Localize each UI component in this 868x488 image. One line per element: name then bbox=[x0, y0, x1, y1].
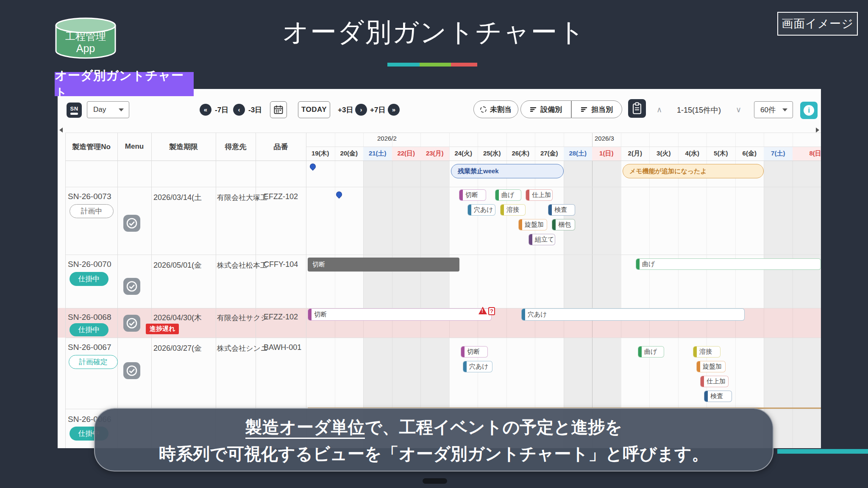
bar-label: 検査 bbox=[710, 392, 723, 400]
col-header-order-no: 製造管理No bbox=[65, 133, 117, 161]
bar-label: 切断 bbox=[312, 261, 325, 269]
bar-label: 検査 bbox=[554, 206, 567, 214]
day-header-cell: 19(木) bbox=[306, 147, 335, 161]
gantt-bar-仕上加[interactable]: 仕上加 bbox=[526, 189, 553, 201]
gantt-bar-切断[interactable]: 切断 bbox=[308, 308, 492, 321]
info-button[interactable]: i bbox=[800, 102, 818, 119]
view-unit-select[interactable]: Day bbox=[87, 101, 129, 118]
customer: 株式会社松本工 bbox=[217, 261, 267, 270]
grid-line bbox=[363, 133, 364, 448]
fwd-7days-button[interactable]: » bbox=[388, 104, 400, 116]
page-size-select[interactable]: 60件 bbox=[754, 101, 793, 118]
bar-color-cap bbox=[463, 361, 467, 372]
milestone-note[interactable]: メモ機能が追加になったよ bbox=[623, 164, 764, 178]
warning-triangle-icon[interactable]: ! bbox=[479, 307, 487, 314]
by-equipment-button[interactable]: 設備別 bbox=[520, 100, 571, 118]
gantt-bar-検査[interactable]: 検査 bbox=[548, 204, 575, 216]
by-person-label: 担当別 bbox=[591, 105, 613, 114]
gantt-bar-仕上加[interactable]: 仕上加 bbox=[700, 376, 729, 387]
fwd-3days-button[interactable]: › bbox=[355, 104, 367, 116]
part-no: EFZZ-102 bbox=[264, 313, 298, 322]
today-button[interactable]: TODAY bbox=[298, 101, 330, 118]
unassigned-label: 未割当 bbox=[490, 105, 512, 114]
milestone-pin-icon[interactable] bbox=[309, 162, 317, 171]
gantt-bar-溶接[interactable]: 溶接 bbox=[693, 346, 721, 358]
gantt-bar-穴あけ[interactable]: 穴あけ bbox=[463, 361, 492, 372]
gantt-bar-曲げ[interactable]: 曲げ bbox=[636, 258, 821, 270]
calendar-button[interactable] bbox=[270, 101, 287, 118]
bar-label: 切断 bbox=[314, 311, 327, 319]
dashed-circle-icon bbox=[480, 106, 487, 113]
check-circle-icon bbox=[123, 315, 140, 332]
caption-line2: 時系列で可視化するビューを「オーダ別ガントチャート」と呼びます。 bbox=[95, 442, 773, 466]
bar-color-cap bbox=[459, 189, 463, 201]
scroll-left-arrow[interactable] bbox=[59, 128, 63, 133]
deadline: 2026/03/14(土 bbox=[153, 192, 202, 202]
menu-check-button[interactable] bbox=[123, 278, 140, 295]
gantt-bar-切断[interactable]: 切断 bbox=[461, 346, 488, 358]
milestone-note[interactable]: 残業禁止week bbox=[451, 164, 564, 178]
gantt-bar-切断[interactable]: 切断 bbox=[459, 189, 486, 201]
bar-color-cap bbox=[526, 189, 529, 201]
gantt-bar-検査[interactable]: 検査 bbox=[704, 391, 732, 402]
day-header-cell: 5(木) bbox=[707, 147, 735, 161]
chevron-down-icon bbox=[782, 108, 787, 111]
gantt-bar-旋盤加[interactable]: 旋盤加 bbox=[518, 219, 547, 230]
order-no: SN-26-0070 bbox=[68, 260, 111, 269]
question-badge-icon[interactable]: ? bbox=[488, 307, 495, 315]
back-3days-button[interactable]: ‹ bbox=[233, 104, 245, 116]
order-no: SN-26-0073 bbox=[68, 192, 111, 201]
menu-check-button[interactable] bbox=[123, 215, 140, 232]
weekend-shade-column bbox=[420, 161, 449, 448]
day-header-cell: 8(日) bbox=[793, 147, 821, 161]
weekend-shade-column bbox=[592, 161, 621, 448]
sort-lines-icon bbox=[530, 106, 537, 113]
caption-line1: 製造オーダ単位で、工程イベントの予定と進捗を bbox=[95, 416, 773, 439]
gantt-bar-曲げ[interactable]: 曲げ bbox=[638, 346, 664, 358]
day-header-cell: 25(水) bbox=[478, 147, 506, 161]
day-header-cell: 28(土) bbox=[564, 147, 593, 161]
gantt-bar-穴あけ[interactable]: 穴あけ bbox=[521, 308, 745, 321]
weekend-shade-column bbox=[363, 161, 392, 448]
grid-line bbox=[678, 133, 679, 448]
status-badge: 計画確定 bbox=[69, 355, 118, 369]
order-row: SN-26-0067 計画確定 2026/03/27(金 株式会社シンニ BAW… bbox=[58, 338, 306, 409]
menu-check-button[interactable] bbox=[123, 315, 140, 332]
day-header-cell: 21(土) bbox=[363, 147, 392, 161]
day-header-cell: 23(月) bbox=[420, 147, 449, 161]
by-person-button[interactable]: 担当別 bbox=[571, 100, 622, 118]
view-unit-value: Day bbox=[93, 105, 106, 114]
bar-color-cap bbox=[704, 391, 708, 402]
gantt-bar-組立て[interactable]: 組立て bbox=[529, 234, 555, 245]
gantt-bar-切断[interactable]: 切断 bbox=[308, 258, 459, 272]
menu-check-button[interactable] bbox=[123, 362, 140, 379]
page-up-chevron[interactable]: ∧ bbox=[657, 105, 662, 114]
gantt-bar-穴あけ[interactable]: 穴あけ bbox=[467, 204, 495, 216]
milestone-pin-icon[interactable] bbox=[335, 190, 343, 199]
back-7days-button[interactable]: « bbox=[200, 104, 211, 116]
day-header-cell: 26(木) bbox=[506, 147, 535, 161]
gantt-bar-曲げ[interactable]: 曲げ bbox=[495, 189, 521, 201]
title-underline-teal bbox=[387, 63, 420, 67]
deadline: 2026/05/01(金 bbox=[153, 260, 202, 270]
bar-color-cap bbox=[701, 376, 704, 387]
bar-color-cap bbox=[548, 204, 552, 216]
page-down-chevron[interactable]: ∨ bbox=[736, 105, 741, 114]
gantt-bar-溶接[interactable]: 溶接 bbox=[500, 204, 526, 216]
grid-line bbox=[621, 133, 621, 448]
clipboard-button[interactable] bbox=[628, 99, 646, 118]
bar-label: 仕上加 bbox=[707, 377, 726, 385]
unassigned-filter-button[interactable]: 未割当 bbox=[473, 100, 518, 118]
app-menu-button[interactable]: SN bbox=[67, 103, 82, 118]
sn-logo-icon: SN bbox=[70, 106, 78, 111]
grid-line bbox=[392, 133, 392, 448]
scroll-right-arrow[interactable] bbox=[816, 128, 819, 133]
back-3days-label: -3日 bbox=[248, 105, 262, 115]
month-label-feb: 2026/2 bbox=[377, 135, 397, 142]
bar-label: 旋盤加 bbox=[525, 221, 544, 229]
gantt-bar-梱包[interactable]: 梱包 bbox=[552, 219, 575, 230]
title-underline-green bbox=[420, 63, 451, 67]
grid-line bbox=[735, 133, 736, 448]
fwd-3days-label: +3日 bbox=[338, 105, 353, 115]
gantt-bar-旋盤加[interactable]: 旋盤加 bbox=[696, 361, 726, 372]
